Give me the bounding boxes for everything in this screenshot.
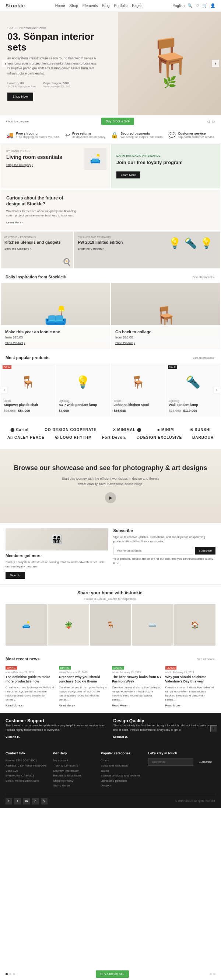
feature-support: 💬 Customer service Top-notch customer se… xyxy=(169,132,215,138)
insta-img-3[interactable]: 🪑 xyxy=(90,604,131,646)
brand-design-cooperate: OO DESIGN COOPERATE xyxy=(45,428,97,432)
returns-icon: ↩ xyxy=(65,132,70,138)
hero-next-button[interactable]: › xyxy=(212,60,219,67)
linkedin-icon[interactable]: in xyxy=(23,798,30,805)
nav-blog[interactable]: Blog xyxy=(102,4,110,8)
product-item-2: 💡 Lightning A&P Wide pendant lamp $4.000 xyxy=(56,364,110,416)
location1: London, UK 1463 B Slaughter Ave xyxy=(7,81,36,88)
footer-grid: Contact Info Phone: 1234 5567 8901 Addre… xyxy=(6,751,215,788)
insta-img-5[interactable]: 🏠 xyxy=(174,604,215,646)
product-img-2: 💡 xyxy=(59,367,108,397)
hero-section: SA19 – 20 #stockieinterior 03. Sönpan in… xyxy=(0,12,221,115)
insp-shop-product-1[interactable]: Shop Product › xyxy=(5,341,106,345)
product-item-3: 🪑 Chairs Johanna kitchen stool $36.048 xyxy=(111,364,165,416)
nav-home[interactable]: Home xyxy=(55,4,65,8)
brands-section: ⬤ Cartal OO DESIGN COOPERATE ✕ MINIMAL ⬤… xyxy=(0,422,221,449)
footer-subscribe-button[interactable]: Subscribe xyxy=(195,758,215,766)
products-grid: NEW 🪑 Stools Stopover plastic chair $98.… xyxy=(0,364,221,416)
brand-minimal: ✕ MINIMAL ⬤ xyxy=(113,428,142,432)
curious-card: Curious about the future of design at St… xyxy=(1,190,220,230)
news-read-more-4[interactable]: Read More › xyxy=(165,704,216,707)
hero-next-icon[interactable]: ▷ xyxy=(213,119,215,124)
site-logo[interactable]: Stockle xyxy=(6,3,25,8)
hero-buy-button[interactable]: Buy Stockle $49 xyxy=(101,118,134,125)
testimonial-grid: Customer Support This theme is just a gr… xyxy=(6,718,215,738)
nav-pages[interactable]: Pages xyxy=(132,4,142,8)
hero-content: SA19 – 20 #stockieinterior 03. Sönpan in… xyxy=(0,15,110,112)
news-read-more-3[interactable]: Read More › xyxy=(112,704,162,707)
members-section: 👨‍👩‍👧‍👦 Members get more Startup ecosyst… xyxy=(6,528,108,579)
hero-image: 🪑 🌿 xyxy=(118,12,221,115)
inspiration-header: Daily inspiration from Stockle® See all … xyxy=(0,269,221,283)
products-header: Most popular products See all products › xyxy=(0,350,221,364)
nav-elements[interactable]: Elements xyxy=(83,4,98,8)
footer-email-input[interactable] xyxy=(148,758,193,766)
user-icon[interactable]: 👤 xyxy=(210,3,215,8)
news-read-more-1[interactable]: Read More › xyxy=(6,704,56,707)
email-row: Subscribe xyxy=(113,547,216,555)
product-item-1: NEW 🪑 Stools Stopover plastic chair $98.… xyxy=(1,364,55,416)
feature-payments: 🔒 Secured payments We accept all major c… xyxy=(111,132,163,138)
subscribe-button[interactable]: Subscribe xyxy=(195,547,215,555)
footer-bottom: f t in p y © 2019 Stockle. All rights re… xyxy=(6,794,215,805)
location2: Copenhagen, DNK Vallenseveje 22, 143 xyxy=(43,81,70,88)
showcase-desc: Start this journey with the efficient wo… xyxy=(59,476,162,487)
features-bar: 🚚 Free shipping Free shipping on orders … xyxy=(0,127,221,143)
brand-cartal: ⬤ Cartal xyxy=(10,428,29,432)
twitter-icon[interactable]: t xyxy=(14,798,21,805)
products-next-button[interactable]: › xyxy=(214,387,220,393)
shop-now-button[interactable]: Shop Now xyxy=(7,92,33,101)
learn-more-button[interactable]: Learn More xyxy=(116,172,140,178)
showcase-play-button[interactable]: ▶ xyxy=(105,492,116,503)
members-subscribe-section: 👨‍👩‍👧‍👦 Members get more Startup ecosyst… xyxy=(0,523,221,585)
cart-icon[interactable]: 🛒 xyxy=(202,3,207,8)
chat-icon: 💬 xyxy=(169,132,176,138)
social-links: f t in p y xyxy=(6,798,48,805)
see-all-products-link2[interactable]: See all products › xyxy=(192,356,215,360)
pinterest-icon[interactable]: p xyxy=(32,798,39,805)
nav-portfolio[interactable]: Portfolio xyxy=(114,4,128,8)
insp-shop-product-2[interactable]: Shop Product › xyxy=(115,341,216,345)
brand-design-exclusive: ◇DESIGN EXCLUSIVE xyxy=(137,436,182,439)
feature-returns: ↩ Free returns 30 days free return polic… xyxy=(65,132,106,138)
inspiration-card-2: 🪑 Go back to collage from $25.00 Shop Pr… xyxy=(111,283,220,349)
testimonial-next-button[interactable]: › xyxy=(210,725,217,732)
heart-icon[interactable]: ♡ xyxy=(196,3,199,8)
news-header: Most recent news See all news › xyxy=(6,657,215,665)
see-all-products-link[interactable]: See all products › xyxy=(192,275,215,279)
facebook-icon[interactable]: f xyxy=(6,798,12,805)
signup-button[interactable]: Sign Up xyxy=(6,572,25,579)
curious-learn-more[interactable]: Learn More › xyxy=(6,221,23,224)
search-icon[interactable]: 🔍 xyxy=(188,3,192,8)
insta-img-4[interactable]: ⌨️ xyxy=(132,604,173,646)
brand-rhythm: ⦿ LOGO RHYTHM xyxy=(55,436,92,439)
news-article-3: DINING admin February 13, 2019 The best … xyxy=(112,665,162,707)
news-read-more-2[interactable]: Read More › xyxy=(59,704,110,707)
products-wrapper: ‹ NEW 🪑 Stools Stopover plastic chair $9… xyxy=(0,364,221,416)
kitchen-image: 🍳 xyxy=(62,258,72,267)
nav-links: Home Shop Elements Blog Portfolio Pages xyxy=(55,4,143,8)
subscribe-section: Subscribe Sign up to receive updates, pr… xyxy=(113,528,216,579)
brands-row-2: A□ CALEY PEACE ⦿ LOGO RHYTHM Fort Devon.… xyxy=(4,436,217,439)
hero-title: 03. Sönpan interior sets xyxy=(7,31,103,52)
product-item-4: SALE 🔦 Lightning Wall pendant lamp $23.9… xyxy=(166,364,221,416)
language-selector[interactable]: English xyxy=(172,4,184,8)
hero-prev-icon[interactable]: ◁ xyxy=(207,119,210,124)
brand-caley: A□ CALEY PEACE xyxy=(7,436,45,439)
insta-img-1[interactable]: 🛋️ xyxy=(6,604,47,646)
lock-icon: 🔒 xyxy=(111,132,118,138)
insta-img-2[interactable]: 🪴 xyxy=(48,604,89,646)
kitchen-category-link[interactable]: Shop the Category › xyxy=(5,247,70,250)
news-section: Most recent news See all news › LIVING a… xyxy=(0,651,221,713)
products-prev-button[interactable]: ‹ xyxy=(1,387,7,393)
see-all-news-link[interactable]: See all news › xyxy=(197,657,215,661)
email-input[interactable] xyxy=(113,547,194,555)
members-image: 👨‍👩‍👧‍👦 xyxy=(6,528,108,550)
youtube-icon[interactable]: y xyxy=(41,798,48,805)
footer-contact: Contact Info Phone: 1234 5567 8901 Addre… xyxy=(6,751,48,788)
nav-shop[interactable]: Shop xyxy=(70,4,78,8)
nav-right: English 🔍 ♡ 🛒 👤 xyxy=(172,3,215,8)
hero-locations: London, UK 1463 B Slaughter Ave Copenhag… xyxy=(7,81,103,88)
news-grid: LIVING admin February 13, 2019 The defin… xyxy=(6,665,215,707)
product-img-1: 🪑 xyxy=(4,367,52,397)
